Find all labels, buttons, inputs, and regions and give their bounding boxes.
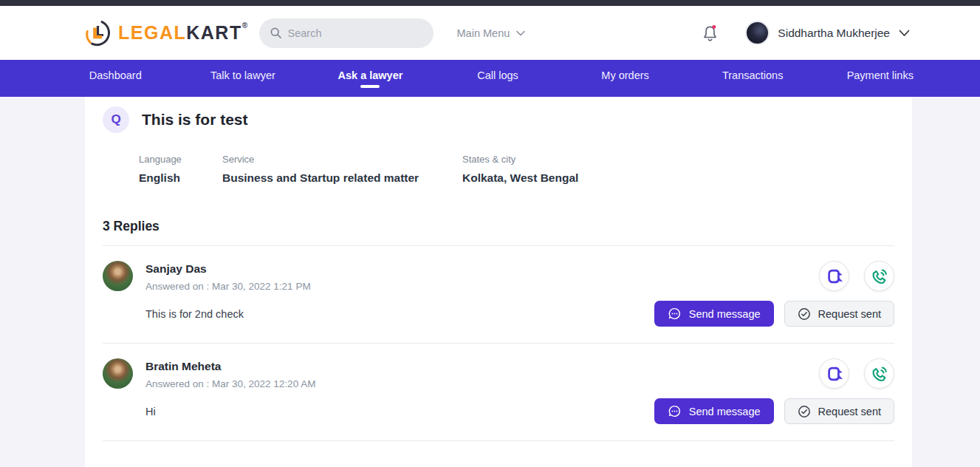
reply-body: This is for 2nd check Send message: [145, 301, 894, 327]
reply-contact-icons: [819, 358, 894, 389]
search-bar[interactable]: [259, 18, 434, 48]
question-title: This is for test: [142, 111, 248, 129]
call-circle-button[interactable]: [864, 358, 894, 389]
request-sent-button[interactable]: Request sent: [784, 398, 894, 424]
meta-label: Language: [139, 154, 222, 165]
answered-on-text: Answered on : Mar 30, 2022 1:21 PM: [145, 281, 311, 292]
meta-value: Kolkata, West Bengal: [462, 171, 578, 185]
check-circle-icon: [798, 405, 811, 418]
question-meta: Language English Service Business and St…: [139, 154, 894, 185]
user-menu-chevron-icon[interactable]: [899, 30, 910, 37]
send-message-button[interactable]: Send message: [654, 301, 774, 327]
message-bubble-icon: [668, 307, 682, 321]
reply-contact-icons: [819, 261, 894, 291]
user-avatar[interactable]: [745, 21, 770, 45]
reply-author: Bratin Meheta Answered on : Mar 30, 2022…: [103, 358, 315, 389]
reply-item: Bratin Meheta Answered on : Mar 30, 2022…: [103, 344, 894, 441]
chevron-down-icon: [516, 30, 525, 36]
main-nav-items: Dashboard Talk to lawyer Ask a lawyer Ca…: [52, 60, 944, 97]
legalkart-logo[interactable]: LEGALKART®: [85, 19, 249, 47]
lawyer-name: Sanjay Das: [145, 262, 311, 276]
main-menu-dropdown[interactable]: Main Menu: [457, 27, 526, 39]
nav-item-transactions[interactable]: Transactions: [689, 60, 817, 97]
reply-author: Sanjay Das Answered on : Mar 30, 2022 1:…: [103, 261, 311, 292]
top-strip: [0, 0, 980, 6]
nav-item-ask-a-lawyer[interactable]: Ask a lawyer: [306, 60, 434, 97]
nav-item-payment-links[interactable]: Payment links: [816, 60, 944, 97]
call-circle-button[interactable]: [864, 261, 894, 291]
main-menu-label: Main Menu: [457, 27, 510, 39]
legalkart-logo-icon: [85, 19, 113, 47]
lawyer-avatar: [103, 358, 133, 389]
lawyer-avatar: [103, 261, 133, 291]
chat-circle-button[interactable]: [819, 358, 849, 389]
lawyer-name: Bratin Meheta: [145, 360, 315, 373]
nav-item-call-logs[interactable]: Call logs: [434, 60, 562, 97]
nav-item-dashboard[interactable]: Dashboard: [52, 60, 179, 97]
meta-value: English: [139, 171, 222, 185]
reply-header: Bratin Meheta Answered on : Mar 30, 2022…: [103, 358, 894, 389]
divider: [103, 440, 894, 441]
chat-icon: [826, 365, 843, 383]
reply-header: Sanjay Das Answered on : Mar 30, 2022 1:…: [103, 261, 894, 292]
meta-label: States & city: [462, 154, 578, 165]
chat-circle-button[interactable]: [819, 261, 849, 291]
header-right-group: Siddhartha Mukherjee: [702, 21, 910, 45]
legalkart-logo-text: LEGALKART®: [118, 19, 249, 46]
check-circle-icon: [798, 307, 811, 321]
notification-bell-icon[interactable]: [702, 24, 719, 43]
meta-states-city: States & city Kolkata, West Bengal: [462, 154, 578, 185]
nav-item-my-orders[interactable]: My orders: [561, 60, 689, 97]
request-sent-button[interactable]: Request sent: [784, 301, 894, 327]
reply-message: Hi: [145, 406, 156, 417]
nav-item-talk-to-lawyer[interactable]: Talk to lawyer: [179, 60, 307, 97]
search-input[interactable]: [288, 27, 423, 39]
message-bubble-icon: [668, 404, 682, 418]
question-header: Q This is for test: [103, 106, 894, 133]
chat-icon: [826, 267, 843, 285]
send-message-button[interactable]: Send message: [654, 398, 774, 424]
meta-service: Service Business and Startup related mat…: [222, 154, 462, 185]
reply-message: This is for 2nd check: [145, 308, 244, 320]
reply-body: Hi Send message: [145, 398, 894, 424]
content-panel: Q This is for test Language English Serv…: [85, 97, 912, 467]
app-header: LEGALKART® Main Menu Siddhartha Mukherje…: [0, 6, 980, 60]
meta-language: Language English: [139, 154, 222, 185]
search-icon: [270, 27, 282, 39]
reply-actions: Send message Request sent: [654, 398, 894, 424]
reply-item: Sanjay Das Answered on : Mar 30, 2022 1:…: [103, 246, 894, 344]
main-nav: Dashboard Talk to lawyer Ask a lawyer Ca…: [0, 60, 980, 97]
replies-heading: 3 Replies: [103, 219, 894, 234]
phone-call-icon: [870, 364, 888, 383]
user-name: Siddhartha Mukherjee: [778, 27, 890, 40]
reply-actions: Send message Request sent: [654, 301, 894, 327]
phone-call-icon: [870, 267, 888, 285]
meta-label: Service: [222, 154, 462, 165]
question-badge: Q: [103, 106, 129, 133]
answered-on-text: Answered on : Mar 30, 2022 12:20 AM: [145, 378, 315, 389]
meta-value: Business and Startup related matter: [222, 171, 462, 185]
